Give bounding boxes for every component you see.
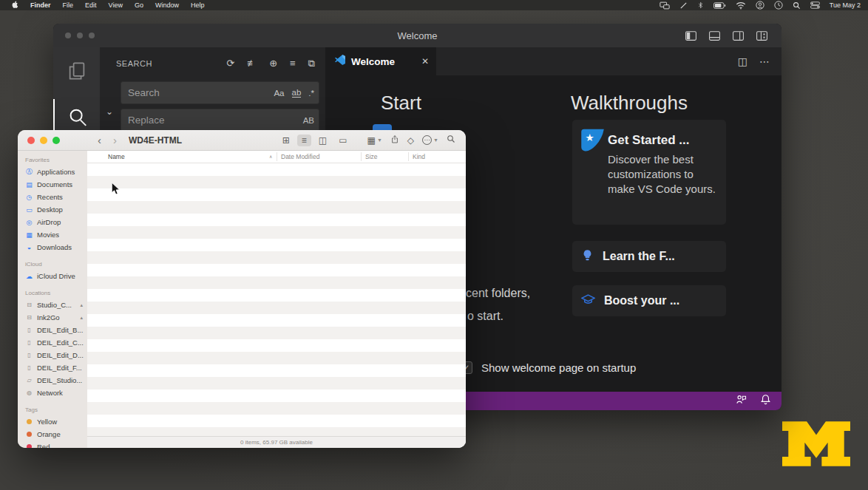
yellow-tag-dot-icon — [27, 419, 32, 424]
tab-welcome[interactable]: Welcome ✕ — [325, 47, 436, 75]
empty-file-list-rows[interactable] — [87, 163, 466, 436]
replace-input[interactable]: Replace AB — [121, 109, 319, 132]
sort-ascending-icon: ∧ — [269, 154, 272, 159]
column-view-icon[interactable]: ◫ — [314, 135, 331, 146]
gallery-view-icon[interactable]: ▭ — [334, 135, 351, 146]
walkthrough-boost-item[interactable]: Boost your ... — [572, 285, 726, 316]
apple-menu-icon[interactable] — [10, 0, 18, 10]
search-icon[interactable] — [53, 99, 100, 135]
menu-item-go[interactable]: Go — [135, 1, 143, 9]
split-editor-icon[interactable]: ◫ — [738, 55, 747, 67]
feedback-icon[interactable] — [735, 394, 747, 408]
clock-icon[interactable] — [774, 1, 783, 10]
more-actions-button[interactable]: ⋯ ▼ — [422, 135, 438, 145]
sidebar-item-airdrop[interactable]: ◎AirDrop — [18, 216, 87, 228]
sidebar-item-documents[interactable]: ▤Documents — [18, 178, 87, 191]
finder-toolbar[interactable]: ‹ › WD4E-HTML ⊞ ≡ ◫ ▭ ▦ ▼ ◇ ⋯ ▼ — [18, 130, 466, 151]
expand-all-icon[interactable]: ≡ — [290, 58, 296, 69]
sidebar-item-studio-c[interactable]: ⊟Studio_C...▴ — [18, 299, 87, 311]
get-started-card[interactable]: ★ Get Started ... Discover the best cust… — [572, 120, 726, 225]
account-icon[interactable] — [756, 1, 764, 10]
menu-item-view[interactable]: View — [109, 1, 123, 9]
close-tab-icon[interactable]: ✕ — [421, 56, 429, 67]
list-view-icon[interactable]: ≡ — [297, 135, 311, 146]
close-window-button[interactable] — [27, 137, 35, 144]
tag-icon[interactable]: ◇ — [407, 135, 414, 146]
clear-search-results-icon[interactable]: ≢ — [247, 58, 257, 69]
regex-icon[interactable]: .* — [308, 89, 314, 98]
search-input[interactable]: Search Aa ab .* — [121, 81, 319, 104]
eject-icon[interactable]: ▴ — [80, 315, 84, 321]
vscode-titlebar[interactable]: Welcome — [53, 24, 781, 47]
finder-sidebar: Favorites ⒶApplications ▤Documents ◷Rece… — [18, 151, 87, 448]
sidebar-item-icloud-drive[interactable]: ☁iCloud Drive — [18, 270, 87, 282]
toggle-replace-icon[interactable]: ⌄ — [106, 106, 113, 117]
preserve-case-icon[interactable]: AB — [303, 116, 314, 125]
column-size[interactable]: Size — [365, 153, 378, 160]
icon-view-icon[interactable]: ⊞ — [278, 135, 294, 146]
screen-mirroring-icon[interactable] — [660, 1, 670, 10]
control-center-icon[interactable] — [810, 1, 820, 9]
toggle-panel-icon[interactable] — [708, 30, 721, 42]
sidebar-item-deil-studio[interactable]: ▱DEIL_Studio... — [18, 374, 87, 387]
recents-clock-icon: ◷ — [25, 194, 33, 201]
group-by-button[interactable]: ▦ ▼ — [367, 135, 382, 146]
sidebar-item-deil-edit-d[interactable]: ▯DEIL_Edit_D... — [18, 349, 87, 361]
column-date-modified[interactable]: Date Modified — [281, 153, 319, 160]
new-search-editor-icon[interactable]: ⊕ — [269, 58, 277, 69]
finder-window-title: WD4E-HTML — [117, 135, 182, 146]
external-drive-icon: ▯ — [25, 352, 33, 358]
sidebar-item-desktop[interactable]: ▭Desktop — [18, 203, 87, 216]
open-in-editor-icon[interactable]: ⧉ — [308, 58, 315, 69]
eject-icon[interactable]: ▴ — [80, 302, 84, 308]
replace-input-placeholder: Replace — [128, 115, 303, 126]
airdrop-icon: ◎ — [25, 219, 33, 226]
new-file-icon[interactable] — [373, 124, 392, 130]
sidebar-item-applications[interactable]: ⒶApplications — [18, 166, 87, 178]
wifi-icon[interactable] — [736, 1, 746, 10]
menu-item-edit[interactable]: Edit — [85, 1, 97, 9]
start-heading: Start — [381, 92, 421, 115]
sidebar-item-movies[interactable]: ▦Movies — [18, 228, 87, 241]
sidebar-item-downloads[interactable]: ◒Downloads — [18, 241, 87, 253]
customize-layout-icon[interactable] — [756, 30, 768, 42]
menu-item-finder[interactable]: Finder — [30, 1, 51, 9]
toggle-primary-sidebar-icon[interactable] — [685, 30, 697, 42]
finder-search-icon[interactable] — [447, 135, 455, 146]
column-kind[interactable]: Kind — [413, 153, 425, 160]
back-button[interactable]: ‹ — [98, 134, 101, 146]
sidebar-item-ink2go[interactable]: ⊟Ink2Go▴ — [18, 311, 87, 324]
sidebar-item-network[interactable]: ◍Network — [18, 387, 87, 399]
toggle-secondary-sidebar-icon[interactable] — [732, 30, 745, 42]
sidebar-item-deil-edit-b[interactable]: ▯DEIL_Edit_B... — [18, 324, 87, 336]
menu-item-help[interactable]: Help — [191, 1, 205, 9]
cloud-icon: ☁ — [25, 273, 33, 280]
finder-traffic-lights[interactable] — [18, 137, 87, 144]
sidebar-item-tag-yellow[interactable]: Yellow — [18, 415, 87, 428]
battery-icon[interactable] — [713, 2, 726, 9]
walkthrough-learn-item[interactable]: Learn the F... — [572, 241, 726, 272]
sidebar-item-deil-edit-f[interactable]: ▯DEIL_Edit_F... — [18, 361, 87, 374]
locations-section-title: Locations — [25, 290, 87, 296]
refresh-icon[interactable]: ⟳ — [226, 58, 234, 69]
pencil-slash-icon[interactable] — [679, 1, 688, 10]
whole-word-icon[interactable]: ab — [292, 88, 302, 98]
explorer-icon[interactable] — [53, 53, 100, 89]
spotlight-icon[interactable] — [793, 1, 801, 10]
menu-clock[interactable]: Tue May 2 — [830, 1, 861, 9]
share-icon[interactable] — [390, 135, 399, 146]
sidebar-item-tag-orange[interactable]: Orange — [18, 428, 87, 440]
notifications-bell-icon[interactable] — [760, 394, 771, 408]
column-name[interactable]: Name — [108, 153, 125, 160]
sidebar-item-tag-red[interactable]: Red — [18, 440, 87, 448]
menu-item-file[interactable]: File — [63, 1, 74, 9]
minimize-window-button[interactable] — [40, 137, 47, 144]
sidebar-item-deil-edit-c[interactable]: ▯DEIL_Edit_C... — [18, 336, 87, 349]
sidebar-item-recents[interactable]: ◷Recents — [18, 191, 87, 203]
menu-item-window[interactable]: Window — [155, 1, 179, 9]
zoom-window-button[interactable] — [52, 137, 60, 144]
bluetooth-icon[interactable] — [697, 1, 704, 10]
list-column-header[interactable]: Name ∧ Date Modified Size Kind — [87, 151, 466, 163]
match-case-icon[interactable]: Aa — [274, 89, 284, 98]
more-actions-icon[interactable]: ⋯ — [759, 55, 770, 67]
